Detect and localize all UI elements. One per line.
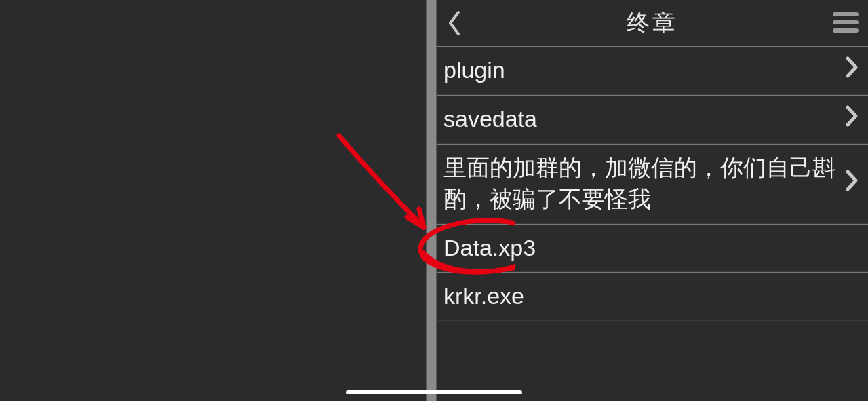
list-item-savedata[interactable]: savedata bbox=[437, 95, 868, 144]
hamburger-icon bbox=[833, 12, 859, 16]
menu-button[interactable] bbox=[833, 12, 859, 33]
hamburger-icon bbox=[833, 20, 859, 24]
list-item-data-xp3[interactable]: Data.xp3 bbox=[437, 224, 868, 273]
item-label: krkr.exe bbox=[443, 281, 863, 312]
chevron-right-icon bbox=[845, 104, 863, 134]
item-label: 里面的加群的，加微信的，你们自己斟酌，被骗了不要怪我 bbox=[443, 153, 845, 215]
chevron-right-icon bbox=[845, 169, 863, 198]
item-label: savedata bbox=[443, 104, 845, 135]
chevron-left-icon bbox=[446, 9, 462, 37]
file-browser-panel: 终章 plugin savedata 里面的加群的，加微信的，你们自己斟酌，被骗… bbox=[437, 0, 868, 401]
page-title: 终章 bbox=[437, 7, 868, 39]
list-item-plugin[interactable]: plugin bbox=[437, 46, 868, 95]
back-button[interactable] bbox=[446, 9, 473, 37]
list-item-note[interactable]: 里面的加群的，加微信的，你们自己斟酌，被骗了不要怪我 bbox=[437, 144, 868, 224]
header-bar: 终章 bbox=[437, 0, 868, 46]
item-label: Data.xp3 bbox=[443, 233, 863, 264]
file-list: plugin savedata 里面的加群的，加微信的，你们自己斟酌，被骗了不要… bbox=[437, 46, 868, 321]
chevron-right-icon bbox=[845, 56, 863, 85]
left-empty-panel bbox=[0, 0, 426, 401]
home-indicator[interactable] bbox=[346, 390, 522, 394]
panel-divider[interactable] bbox=[426, 0, 437, 401]
list-item-krkr-exe[interactable]: krkr.exe bbox=[437, 272, 868, 321]
item-label: plugin bbox=[443, 55, 845, 86]
hamburger-icon bbox=[833, 28, 859, 33]
